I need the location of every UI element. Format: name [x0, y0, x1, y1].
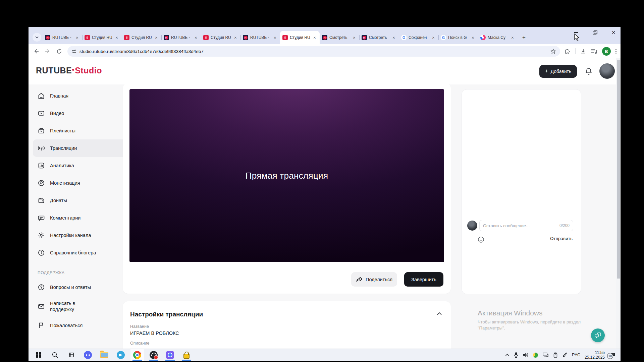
notifications-bell-icon[interactable] [585, 67, 592, 75]
sidebar-item-analytics[interactable]: Аналитика [33, 157, 127, 174]
speaker-icon[interactable] [523, 352, 529, 358]
browser-tab[interactable]: Смотреть [359, 31, 399, 44]
restore-button[interactable] [591, 29, 598, 36]
browser-tab[interactable]: Студия RU [122, 31, 161, 44]
tab-favicon [203, 35, 209, 40]
tab-close-icon[interactable] [154, 35, 159, 40]
sidebar-item-label: Настройки канала [50, 233, 91, 238]
page-scrollbar[interactable] [616, 58, 621, 349]
name-field-value[interactable]: ИГРАЕМ В РОБЛОКС [130, 330, 179, 336]
channel-avatar[interactable] [599, 63, 615, 79]
send-button[interactable]: Отправить [550, 236, 573, 241]
sidebar-item-video[interactable]: Видео [33, 105, 127, 122]
sidebar-item-label: Комментарии [50, 215, 80, 221]
sidebar-item-home[interactable]: Главная [33, 87, 127, 105]
tab-close-icon[interactable] [114, 35, 119, 40]
tab-favicon [322, 35, 327, 40]
finish-button-label: Завершить [411, 277, 436, 282]
browser-menu-icon[interactable] [615, 49, 616, 54]
microphone-icon[interactable] [514, 352, 518, 358]
network-icon[interactable] [542, 352, 549, 358]
taskbar-app-icon[interactable] [163, 349, 177, 361]
sidebar-item-label: Написать в поддержку [50, 300, 90, 312]
extensions-icon[interactable] [564, 48, 571, 55]
taskbar-lock-icon[interactable] [180, 349, 193, 361]
browser-tab[interactable]: Студия RU [82, 31, 122, 44]
tray-antivirus-icon[interactable] [533, 353, 538, 358]
browser-tab[interactable]: Смотреть [320, 31, 359, 44]
tab-close-icon[interactable] [510, 35, 515, 40]
site-info-icon[interactable] [71, 49, 76, 54]
notification-center-icon[interactable]: 10 [610, 352, 616, 358]
sidebar-item-comments[interactable]: Комментарии [33, 209, 127, 227]
close-button[interactable] [610, 29, 617, 36]
sidebar-item-monetization[interactable]: Монетизация [33, 174, 127, 192]
reload-icon[interactable] [55, 47, 63, 56]
tab-close-icon[interactable] [74, 35, 80, 40]
browser-tab[interactable]: Студия RU [201, 31, 240, 44]
video-player[interactable]: Прямая трансляция [129, 89, 444, 262]
taskbar-telegram-icon[interactable] [114, 349, 127, 361]
tab-close-icon[interactable] [391, 35, 396, 40]
browser-tab-active[interactable]: Студия RU [280, 31, 320, 44]
tab-search-icon[interactable] [33, 33, 41, 42]
share-button[interactable]: Поделиться [351, 272, 397, 287]
task-view-button[interactable] [65, 349, 78, 361]
sidebar-item-playlists[interactable]: Плейлисты [33, 122, 127, 139]
taskbar-explorer-icon[interactable] [98, 349, 111, 361]
start-button[interactable] [32, 349, 45, 361]
support-chat-fab[interactable] [591, 328, 605, 342]
tab-close-icon[interactable] [233, 35, 238, 40]
bookmark-star-icon[interactable] [550, 49, 556, 54]
pen-icon[interactable] [562, 352, 568, 358]
taskbar-chrome-icon[interactable] [130, 349, 144, 361]
emoji-icon[interactable] [478, 236, 484, 243]
rutube-studio-logo[interactable]: RUTUBE Studio [36, 66, 102, 75]
url-text[interactable]: studio.rutube.ru/stream/3d6a1cdb4e7e0cde… [79, 49, 547, 54]
tab-close-icon[interactable] [312, 35, 317, 40]
new-tab-button[interactable] [520, 33, 528, 42]
sidebar-item-blogger-guide[interactable]: Справочник блогера [33, 244, 127, 261]
sidebar-item-channel-settings[interactable]: Настройки канала [33, 227, 127, 244]
back-icon[interactable] [32, 47, 41, 56]
browser-tab[interactable]: RUTUBE - [161, 31, 201, 44]
sidebar-item-write-support[interactable]: Написать в поддержку [33, 296, 110, 317]
browser-profile-avatar[interactable]: B [602, 47, 611, 56]
sidebar-item-report[interactable]: Пожаловаться [33, 317, 127, 334]
sidebar-item-donations[interactable]: Донаты [33, 192, 127, 209]
tab-close-icon[interactable] [431, 35, 436, 40]
tab-favicon [401, 35, 407, 40]
tray-expand-icon[interactable] [505, 354, 509, 356]
download-icon[interactable] [580, 48, 586, 54]
scrollbar-thumb[interactable] [617, 60, 620, 279]
stream-settings-card: Настройки трансляции Название ИГРАЕМ В Р… [123, 301, 451, 349]
add-button[interactable]: Добавить [539, 65, 577, 78]
tab-close-icon[interactable] [352, 35, 357, 40]
browser-tab[interactable]: Маска Су [478, 31, 518, 44]
taskbar-clock[interactable]: 11:55 25.12.2025 [585, 350, 605, 360]
forward-icon[interactable] [43, 47, 52, 56]
browser-tab[interactable]: RUTUBE - [240, 31, 280, 44]
language-indicator[interactable]: РУС [572, 353, 580, 357]
support-section-label: ПОДДЕРЖКА [33, 268, 127, 279]
collapse-chevron-icon[interactable] [437, 312, 442, 315]
sidebar-item-faq[interactable]: Вопросы и ответы [33, 279, 127, 296]
sidebar-divider [38, 265, 123, 265]
playlist-icon[interactable] [591, 49, 597, 54]
stream-card: Прямая трансляция Поделиться Завершить [123, 83, 451, 294]
browser-tab[interactable]: Сохранен [399, 31, 438, 44]
comment-icon [38, 214, 45, 222]
browser-tab[interactable]: RUTUBE - [43, 31, 82, 44]
taskbar-discord-icon[interactable] [81, 349, 95, 361]
url-bar[interactable]: studio.rutube.ru/stream/3d6a1cdb4e7e0cde… [67, 46, 560, 57]
browser-tab[interactable]: Поиск в G [438, 31, 478, 44]
tab-close-icon[interactable] [193, 35, 199, 40]
tab-close-icon[interactable] [272, 35, 278, 40]
chat-message-input[interactable]: Оставить сообщение... 0/200 [479, 220, 573, 231]
taskbar-search-button[interactable] [48, 349, 62, 361]
usb-device-icon[interactable] [553, 352, 558, 358]
finish-button[interactable]: Завершить [404, 272, 443, 287]
taskbar-obs-icon[interactable] [147, 349, 160, 361]
sidebar-item-broadcasts[interactable]: Трансляции [33, 139, 127, 157]
tab-close-icon[interactable] [470, 35, 476, 40]
